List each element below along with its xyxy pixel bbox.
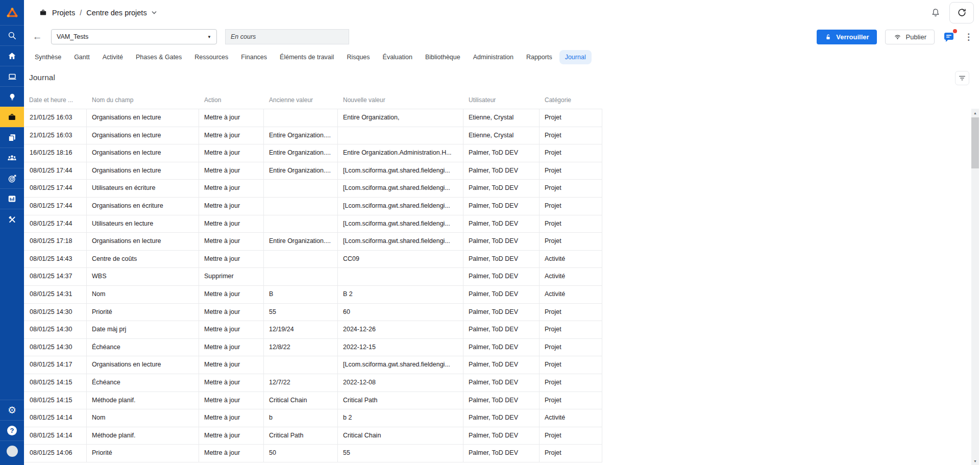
- cell-date: 08/01/25 14:30: [24, 321, 87, 338]
- tab-risques[interactable]: Risques: [341, 50, 375, 64]
- cell-old-value: Critical Path: [264, 427, 338, 445]
- cell-category: Projet: [540, 162, 602, 180]
- tab--l-ments-de-travail[interactable]: Éléments de travail: [274, 50, 339, 64]
- project-selector[interactable]: VAM_Tests ▼: [51, 29, 217, 44]
- sidebar-item-help[interactable]: ?: [0, 420, 24, 440]
- table-row[interactable]: 08/01/25 14:31 Nom Mettre à jour B B 2 P…: [24, 286, 602, 304]
- sidebar-item-settings[interactable]: ⚙: [0, 400, 24, 420]
- cell-action: Mettre à jour: [199, 109, 264, 127]
- breadcrumb-page[interactable]: Centre des projets: [86, 9, 146, 17]
- cell-user: Palmer, ToD DEV: [463, 198, 540, 215]
- cell-old-value: [264, 356, 338, 374]
- tab-activit-[interactable]: Activité: [97, 50, 129, 64]
- table-row[interactable]: 08/01/25 17:18 Organisations en lecture …: [24, 233, 602, 251]
- column-header-old-value[interactable]: Ancienne valeur: [264, 92, 338, 109]
- cell-date: 08/01/25 14:31: [24, 286, 87, 303]
- tab-administration[interactable]: Administration: [468, 50, 519, 64]
- table-row[interactable]: 08/01/25 17:44 Organisations en lecture …: [24, 162, 602, 180]
- column-header-new-value[interactable]: Nouvelle valeur: [338, 92, 463, 109]
- breadcrumb-separator: /: [80, 9, 82, 17]
- journal-table: Date et heure ... Nom du champ Action An…: [24, 92, 602, 462]
- cell-action: Mettre à jour: [199, 409, 264, 427]
- cell-new-value: Entire Organization.Administration.H...: [338, 144, 463, 162]
- sidebar-item-profile[interactable]: [0, 440, 24, 461]
- sidebar-item-goals[interactable]: [0, 168, 24, 188]
- tab-rapports[interactable]: Rapports: [521, 50, 558, 64]
- tab-ressources[interactable]: Ressources: [189, 50, 234, 64]
- table-row[interactable]: 08/01/25 14:15 Méthode planif. Mettre à …: [24, 392, 602, 410]
- chevron-down-icon[interactable]: [152, 11, 157, 14]
- more-options-button[interactable]: ⋮: [964, 33, 973, 41]
- table-row[interactable]: 08/01/25 14:30 Date màj prj Mettre à jou…: [24, 321, 602, 339]
- sidebar-item-reports[interactable]: [0, 188, 24, 209]
- filter-button[interactable]: [955, 71, 969, 85]
- cell-user: Palmer, ToD DEV: [463, 162, 540, 180]
- tab-phases-gates[interactable]: Phases & Gates: [130, 50, 187, 64]
- table-row[interactable]: 08/01/25 14:17 Organisations en lecture …: [24, 356, 602, 374]
- column-header-field[interactable]: Nom du champ: [87, 92, 199, 109]
- briefcase-icon: [7, 112, 17, 122]
- tab-finances[interactable]: Finances: [235, 50, 273, 64]
- scrollbar-thumb[interactable]: [971, 117, 979, 168]
- cell-category: Projet: [540, 339, 602, 356]
- table-row[interactable]: 16/01/25 18:16 Organisations en lecture …: [24, 144, 602, 162]
- caret-down-icon: ▼: [207, 35, 211, 39]
- sidebar-item-search[interactable]: [0, 25, 24, 45]
- sidebar-item-ideas[interactable]: [0, 86, 24, 107]
- table-row[interactable]: 08/01/25 14:43 Centre de coûts Mettre à …: [24, 251, 602, 268]
- table-row[interactable]: 08/01/25 14:30 Échéance Mettre à jour 12…: [24, 339, 602, 357]
- people-icon: [7, 153, 17, 163]
- cell-user: Palmer, ToD DEV: [463, 409, 540, 427]
- table-row[interactable]: 08/01/25 14:15 Échéance Mettre à jour 12…: [24, 374, 602, 392]
- cell-category: Activité: [540, 409, 602, 427]
- notifications-button[interactable]: [930, 8, 941, 18]
- tab-biblioth-que[interactable]: Bibliothèque: [420, 50, 466, 64]
- cell-user: Palmer, ToD DEV: [463, 286, 540, 303]
- sidebar-item-workspace[interactable]: [0, 66, 24, 86]
- publish-button[interactable]: Publier: [885, 30, 935, 44]
- cell-field: Priorité: [87, 445, 199, 462]
- tab-gantt[interactable]: Gantt: [68, 50, 95, 64]
- sidebar-item-home[interactable]: [0, 45, 24, 66]
- scroll-down-arrow-icon[interactable]: ▼: [971, 457, 979, 465]
- column-header-date[interactable]: Date et heure ...: [24, 92, 87, 109]
- sidebar-item-resources[interactable]: [0, 148, 24, 168]
- cell-field: Échéance: [87, 339, 199, 356]
- tab-journal[interactable]: Journal: [559, 50, 592, 64]
- cell-new-value: 2022-12-15: [338, 339, 463, 356]
- sidebar-item-portfolios[interactable]: [0, 127, 24, 148]
- table-row[interactable]: 08/01/25 14:37 WBS Supprimer Palmer, ToD…: [24, 268, 602, 286]
- table-row[interactable]: 08/01/25 14:14 Méthode planif. Mettre à …: [24, 427, 602, 445]
- cell-old-value: Entire Organization....: [264, 233, 338, 250]
- table-row[interactable]: 08/01/25 14:14 Nom Mettre à jour b b 2 P…: [24, 409, 602, 427]
- table-row[interactable]: 08/01/25 14:30 Priorité Mettre à jour 55…: [24, 304, 602, 322]
- table-row[interactable]: 21/01/25 16:03 Organisations en lecture …: [24, 127, 602, 145]
- status-field[interactable]: En cours: [225, 29, 349, 44]
- lock-button[interactable]: Verrouiller: [817, 30, 876, 44]
- table-row[interactable]: 08/01/25 14:06 Priorité Mettre à jour 50…: [24, 445, 602, 462]
- cell-field: Méthode planif.: [87, 427, 199, 445]
- table-row[interactable]: 08/01/25 17:44 Utilisateurs en lecture M…: [24, 215, 602, 233]
- column-header-category[interactable]: Catégorie: [540, 92, 602, 109]
- breadcrumb: Projets / Centre des projets: [39, 0, 157, 25]
- column-header-user[interactable]: Utilisateur: [463, 92, 540, 109]
- app-logo[interactable]: [0, 0, 24, 25]
- tab-synth-se[interactable]: Synthèse: [29, 50, 67, 64]
- cell-field: Priorité: [87, 304, 199, 321]
- refresh-button[interactable]: [949, 2, 974, 23]
- table-row[interactable]: 08/01/25 17:44 Organisations en écriture…: [24, 198, 602, 215]
- sidebar-item-projects[interactable]: [0, 107, 24, 127]
- back-button[interactable]: ←: [31, 31, 44, 42]
- comments-button[interactable]: [943, 31, 956, 43]
- table-row[interactable]: 08/01/25 17:44 Utilisateurs en écriture …: [24, 180, 602, 198]
- tab--valuation[interactable]: Évaluation: [377, 50, 418, 64]
- breadcrumb-section[interactable]: Projets: [52, 9, 75, 17]
- sidebar-item-tools[interactable]: [0, 209, 24, 229]
- table-row[interactable]: 21/01/25 16:03 Organisations en lecture …: [24, 109, 602, 127]
- column-header-action[interactable]: Action: [199, 92, 264, 109]
- cell-date: 08/01/25 14:17: [24, 356, 87, 374]
- home-icon: [7, 51, 17, 61]
- cell-old-value: b: [264, 409, 338, 427]
- scroll-up-arrow-icon[interactable]: ▲: [971, 109, 979, 117]
- vertical-scrollbar[interactable]: ▲ ▼: [971, 109, 979, 465]
